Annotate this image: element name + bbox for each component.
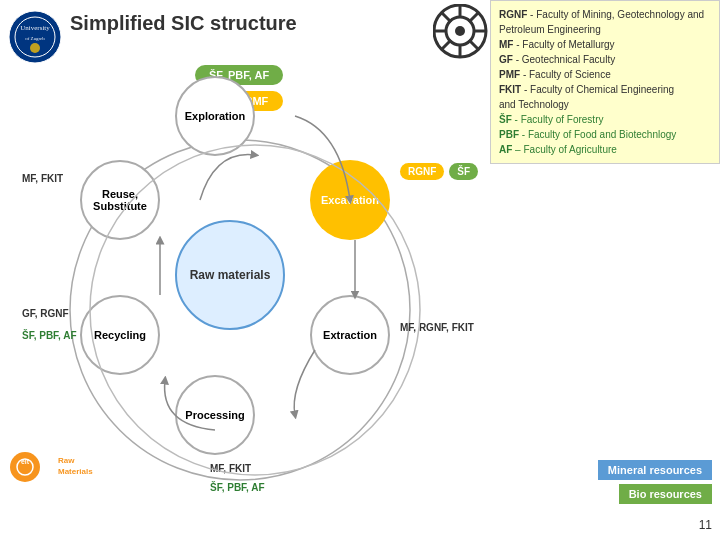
tooltip-line-1: RGNF - Faculty of Mining, Geotechnology …: [499, 7, 711, 157]
svg-line-13: [469, 40, 478, 49]
label-extraction-right: MF, RGNF, FKIT: [400, 322, 474, 333]
excavation-badges: RGNF ŠF: [400, 163, 478, 180]
node-recycling: Recycling: [80, 295, 160, 375]
svg-text:University: University: [20, 24, 50, 32]
svg-point-7: [455, 26, 465, 36]
faculty-legend: RGNF - Faculty of Mining, Geotechnology …: [490, 0, 720, 164]
label-sf-pbf-af-left: ŠF, PBF, AF: [22, 330, 77, 341]
label-mf-fkit-left: MF, FKIT: [22, 173, 63, 184]
mineral-resources-box: Mineral resources: [598, 460, 712, 480]
label-gf-rgnf: GF, RGNF: [22, 308, 69, 319]
svg-text:Materials: Materials: [58, 467, 93, 476]
node-processing: Processing: [175, 375, 255, 455]
label-mf-fkit-bottom: MF, FKIT: [210, 463, 251, 474]
node-reuse-substitute: Reuse, Substitute: [80, 160, 160, 240]
slide-number: 11: [699, 518, 712, 532]
bio-resources-box: Bio resources: [619, 484, 712, 504]
badge-rgnf: RGNF: [400, 163, 444, 180]
svg-text:Raw: Raw: [58, 456, 75, 465]
svg-text:of Zagreb: of Zagreb: [25, 36, 45, 41]
page-title: Simplified SIC structure: [70, 12, 297, 35]
svg-line-12: [442, 13, 451, 22]
svg-point-17: [10, 452, 40, 482]
label-sf-pbf-af-bottom: ŠF, PBF, AF: [210, 482, 265, 493]
svg-line-15: [442, 40, 451, 49]
rgnf-logo: [433, 4, 488, 59]
node-extraction: Extraction: [310, 295, 390, 375]
eit-logo: eit Raw Materials: [8, 450, 98, 485]
svg-point-4: [30, 43, 40, 53]
badge-sf: ŠF: [449, 163, 478, 180]
node-exploration: Exploration: [175, 76, 255, 156]
university-logo: University of Zagreb: [8, 10, 63, 65]
node-excavation: Excavation: [310, 160, 390, 240]
svg-line-14: [469, 13, 478, 22]
center-raw-materials: Raw materials: [175, 220, 285, 330]
